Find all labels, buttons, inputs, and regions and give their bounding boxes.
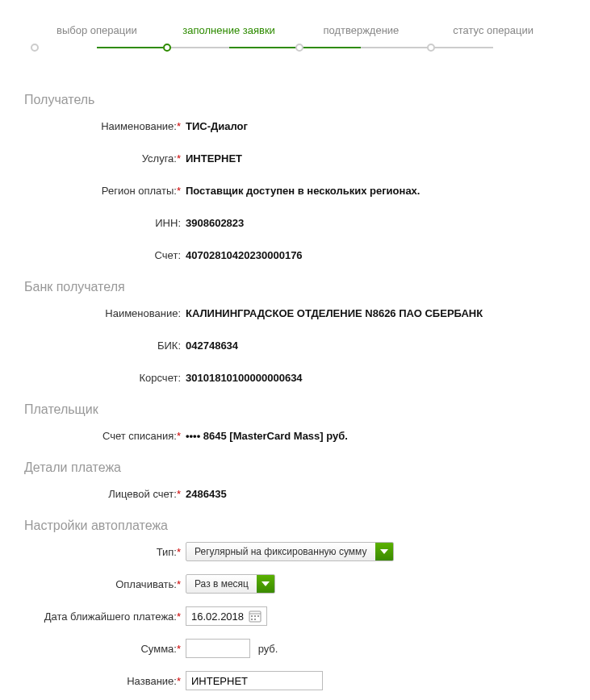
label-type: Тип:* (24, 546, 186, 558)
sum-input[interactable] (186, 639, 250, 658)
value-region: Поставщик доступен в нескольких регионах… (186, 185, 566, 197)
section-details: Детали платежа (24, 460, 566, 475)
value-recipient-name: ТИС-Диалог (186, 120, 566, 132)
value-bank-name: КАЛИНИНГРАДСКОЕ ОТДЕЛЕНИЕ N8626 ПАО СБЕР… (186, 307, 566, 319)
title-input[interactable] (186, 671, 323, 690)
label-freq: Оплачивать:* (24, 578, 186, 590)
label-next-date: Дата ближайшего платежа:* (24, 610, 186, 623)
frequency-select[interactable]: Раз в месяц (186, 574, 275, 594)
chevron-down-icon (375, 543, 393, 560)
label-region: Регион оплаты:* (24, 185, 186, 197)
svg-rect-3 (254, 615, 256, 617)
svg-rect-2 (251, 615, 253, 617)
type-select[interactable]: Регулярный на фиксированную сумму (186, 542, 394, 561)
progress-steps: выбор операции заполнение заявки подтвер… (24, 24, 566, 52)
value-account: 40702810420230000176 (186, 249, 566, 261)
value-service: ИНТЕРНЕТ (186, 152, 566, 165)
label-bank-name: Наименование: (24, 307, 186, 319)
section-payer: Плательщик (24, 402, 566, 417)
value-inn: 3908602823 (186, 217, 566, 229)
label-service: Услуга:* (24, 152, 186, 165)
svg-rect-6 (254, 619, 256, 620)
section-bank: Банк получателя (24, 280, 566, 294)
value-debit-account: •••• 8645 [MasterCard Mass] руб. (186, 430, 566, 442)
label-debit-account: Счет списания:* (24, 430, 186, 442)
label-inn: ИНН: (24, 217, 186, 229)
svg-rect-4 (257, 615, 259, 617)
label-personal-account: Лицевой счет:* (24, 488, 186, 500)
label-account: Счет: (24, 249, 186, 261)
calendar-icon (249, 610, 262, 623)
svg-rect-5 (251, 619, 253, 620)
label-bik: БИК: (24, 340, 186, 352)
chevron-down-icon (257, 575, 274, 593)
value-corr: 30101810100000000634 (186, 372, 566, 384)
label-sum: Сумма:* (24, 643, 186, 655)
label-title: Название:* (24, 675, 186, 687)
label-corr: Корсчет: (24, 372, 186, 384)
sum-unit: руб. (258, 643, 278, 655)
next-date-input[interactable]: 16.02.2018 (186, 606, 267, 626)
section-autopay: Настройки автоплатежа (24, 519, 566, 533)
label-recipient-name: Наименование:* (24, 120, 186, 132)
value-bik: 042748634 (186, 340, 566, 352)
section-recipient: Получатель (24, 93, 566, 107)
value-personal-account: 2486435 (186, 488, 566, 500)
